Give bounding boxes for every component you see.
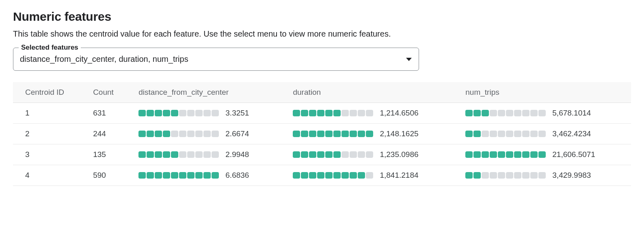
select-label: Selected features [19, 44, 81, 52]
bar-segment [138, 131, 146, 137]
bar-segment [333, 110, 341, 116]
bar-segment [506, 172, 513, 179]
bar-segment [498, 172, 505, 179]
bar-segment [366, 131, 373, 137]
bar-segment [522, 131, 529, 137]
bar-segment [179, 172, 186, 179]
bar-segment [465, 151, 473, 158]
col-centroid-id[interactable]: Centroid ID [13, 82, 81, 103]
bar-segment [147, 151, 154, 158]
col-count[interactable]: Count [81, 82, 126, 103]
bar-segment [325, 151, 333, 158]
bar-segment [163, 131, 170, 137]
bar-segment [538, 172, 546, 179]
chevron-down-icon [406, 58, 412, 61]
bar-segment [530, 172, 538, 179]
bar-segment [506, 131, 513, 137]
cell-feature-1: 2,148.1625 [281, 124, 453, 144]
bar-segment [171, 110, 178, 116]
bar-segment [350, 131, 357, 137]
bar-segment [350, 172, 357, 179]
bar-segment [195, 110, 203, 116]
table-row: 16313.32511,214.65065,678.1014 [13, 103, 631, 124]
bar-segment [482, 131, 489, 137]
selected-features-select[interactable]: Selected features distance_from_city_cen… [13, 48, 419, 71]
bar-segment [293, 110, 300, 116]
table-head-row: Centroid ID Count distance_from_city_cen… [13, 82, 631, 103]
bar-segment [490, 110, 497, 116]
cell-feature-1-value: 1,841.2184 [380, 171, 418, 180]
cell-feature-2-value: 3,429.9983 [552, 171, 591, 180]
bar-segment [212, 110, 219, 116]
bar-segment [138, 110, 146, 116]
bar-segment [522, 151, 529, 158]
bar-segment [514, 131, 521, 137]
bar-segment [155, 172, 162, 179]
section-title: Numeric features [13, 10, 631, 24]
bar-segment [333, 131, 341, 137]
cell-feature-1: 1,214.6506 [281, 103, 453, 124]
bar-segment [301, 172, 308, 179]
cell-feature-0: 6.6836 [126, 165, 281, 186]
cell-centroid-id: 2 [13, 124, 81, 144]
bar-segment [530, 110, 538, 116]
bar-segment [341, 151, 349, 158]
bar-segment [366, 110, 373, 116]
cell-count: 244 [81, 124, 126, 144]
bar-segment [538, 110, 546, 116]
bar-segment [171, 131, 178, 137]
segment-bar [293, 110, 373, 116]
col-feature-1[interactable]: duration [281, 82, 453, 103]
segment-bar [465, 151, 546, 158]
bar-segment [317, 172, 324, 179]
bar-segment [514, 172, 521, 179]
cell-feature-2: 5,678.1014 [453, 103, 631, 124]
bar-segment [317, 151, 324, 158]
cell-centroid-id: 1 [13, 103, 81, 124]
cell-count: 590 [81, 165, 126, 186]
select-value: distance_from_city_center, duration, num… [20, 55, 188, 64]
bar-segment [179, 151, 186, 158]
bar-segment [473, 131, 481, 137]
bar-segment [350, 151, 357, 158]
bar-segment [163, 151, 170, 158]
bar-segment [325, 172, 333, 179]
segment-bar [293, 172, 373, 179]
bar-segment [203, 151, 211, 158]
centroid-table: Centroid ID Count distance_from_city_cen… [13, 82, 631, 186]
cell-feature-1-value: 2,148.1625 [380, 129, 418, 138]
cell-count: 631 [81, 103, 126, 124]
cell-feature-2-value: 5,678.1014 [552, 109, 591, 118]
col-feature-2[interactable]: num_trips [453, 82, 631, 103]
bar-segment [473, 172, 481, 179]
bar-segment [309, 131, 316, 137]
bar-segment [473, 151, 481, 158]
bar-segment [358, 110, 365, 116]
bar-segment [293, 151, 300, 158]
bar-segment [147, 110, 154, 116]
bar-segment [530, 131, 538, 137]
bar-segment [195, 172, 203, 179]
bar-segment [506, 110, 513, 116]
bar-segment [155, 110, 162, 116]
bar-segment [187, 131, 194, 137]
cell-feature-0-value: 2.9948 [225, 150, 249, 159]
cell-feature-1-value: 1,235.0986 [380, 150, 418, 159]
bar-segment [498, 131, 505, 137]
bar-segment [301, 131, 308, 137]
segment-bar [138, 172, 219, 179]
bar-segment [530, 151, 538, 158]
col-feature-0[interactable]: distance_from_city_center [126, 82, 281, 103]
bar-segment [203, 172, 211, 179]
segment-bar [465, 131, 546, 137]
cell-count: 135 [81, 144, 126, 165]
bar-segment [341, 131, 349, 137]
bar-segment [498, 151, 505, 158]
bar-segment [490, 172, 497, 179]
bar-segment [498, 110, 505, 116]
cell-feature-2: 3,429.9983 [453, 165, 631, 186]
bar-segment [163, 110, 170, 116]
bar-segment [465, 110, 473, 116]
bar-segment [212, 151, 219, 158]
bar-segment [350, 110, 357, 116]
